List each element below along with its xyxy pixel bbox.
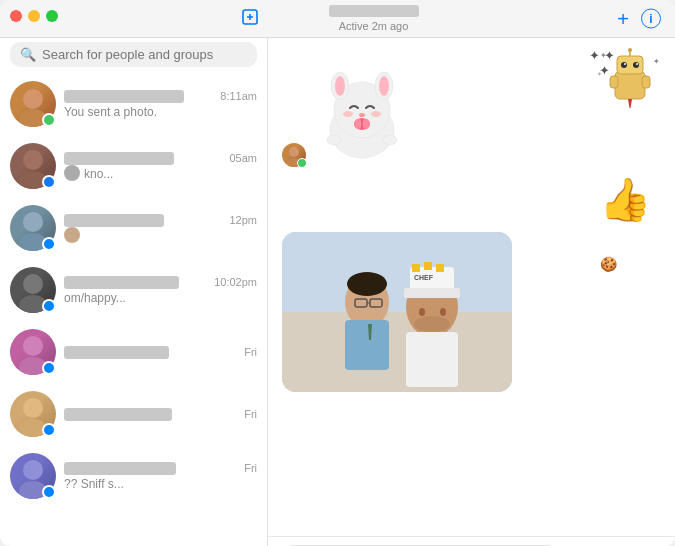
list-item[interactable]: 8:11am You sent a photo. [0, 73, 267, 135]
contact-name [64, 346, 169, 359]
list-item[interactable]: Fri [0, 383, 267, 445]
chat-input-area: 🙂 👍 [268, 536, 675, 546]
svg-point-47 [383, 135, 397, 145]
svg-point-37 [335, 76, 345, 96]
svg-rect-18 [610, 76, 618, 88]
avatar-wrap [10, 453, 56, 499]
minimize-button[interactable] [28, 10, 40, 22]
list-item[interactable]: 05am kno... [0, 135, 267, 197]
conv-content: Fri ?? Sniff s... [64, 462, 257, 491]
sidebar: 🔍 8:11am [0, 38, 268, 546]
avatar-wrap [10, 143, 56, 189]
svg-point-9 [23, 274, 43, 294]
info-button[interactable]: i [641, 9, 661, 29]
conv-preview: om/happy... [64, 291, 257, 305]
contact-name [64, 462, 176, 475]
svg-rect-20 [617, 56, 643, 74]
svg-point-15 [23, 460, 43, 480]
app-window: Active 2m ago + i 🔍 [0, 0, 675, 546]
conv-preview: You sent a photo. [64, 105, 257, 119]
chat-area: ✦ ✦✦ [268, 38, 675, 546]
conv-content: Fri [64, 346, 257, 359]
like-icon[interactable]: 👍 [599, 175, 651, 224]
conversation-list: 8:11am You sent a photo. [0, 73, 267, 546]
list-item[interactable]: Fri [0, 321, 267, 383]
list-item[interactable]: 10:02pm om/happy... [0, 259, 267, 321]
svg-rect-17 [615, 71, 645, 99]
search-input[interactable] [42, 47, 247, 62]
status-badge [42, 237, 56, 251]
search-bar[interactable]: 🔍 [10, 42, 257, 67]
status-badge [42, 361, 56, 375]
svg-text:✦: ✦ [600, 51, 607, 60]
svg-point-44 [362, 119, 370, 129]
svg-marker-27 [628, 99, 632, 108]
cookie-decoration: 🍪 [600, 256, 617, 272]
conv-preview: ?? Sniff s... [64, 477, 257, 491]
contact-name [64, 152, 174, 165]
svg-point-5 [23, 150, 43, 170]
svg-point-26 [628, 48, 632, 52]
svg-rect-19 [642, 76, 650, 88]
messages-area: ✦ ✦✦ [268, 38, 675, 536]
traffic-lights [10, 10, 58, 22]
svg-point-56 [347, 272, 387, 296]
chef-photo: CHEF [282, 232, 512, 392]
svg-rect-61 [424, 262, 432, 270]
close-button[interactable] [10, 10, 22, 22]
sticker-message [312, 68, 412, 167]
avatar-wrap [10, 205, 56, 251]
small-avatar [64, 227, 80, 243]
titlebar: Active 2m ago + i [0, 0, 675, 38]
conv-content: 10:02pm om/happy... [64, 276, 257, 305]
conv-content: 12pm [64, 214, 257, 243]
svg-rect-60 [412, 264, 420, 272]
svg-point-11 [23, 336, 43, 356]
robot-sticker: ✦ ✦ ✦ [595, 46, 665, 120]
svg-rect-49 [282, 312, 512, 392]
conv-time: 10:02pm [214, 276, 257, 288]
svg-point-31 [289, 147, 299, 157]
svg-point-65 [419, 308, 425, 316]
avatar-wrap [10, 81, 56, 127]
contact-name [64, 214, 164, 227]
avatar-wrap [10, 329, 56, 375]
svg-point-7 [23, 212, 43, 232]
avatar-wrap [10, 391, 56, 437]
conv-content: 05am kno... [64, 152, 257, 181]
svg-point-24 [636, 63, 638, 65]
svg-rect-59 [404, 288, 460, 298]
status-badge [42, 299, 56, 313]
list-item[interactable]: Fri ?? Sniff s... [0, 445, 267, 507]
svg-point-13 [23, 398, 43, 418]
like-message: 👍 [282, 175, 651, 224]
conv-time: Fri [244, 346, 257, 358]
sender-avatar-wrap [282, 143, 306, 167]
list-item[interactable]: 12pm [0, 197, 267, 259]
conv-time: Fri [244, 462, 257, 474]
conv-time: Fri [244, 408, 257, 420]
svg-point-23 [624, 63, 626, 65]
compose-icon[interactable] [240, 7, 260, 31]
status-badge [42, 175, 56, 189]
svg-point-3 [23, 89, 43, 109]
svg-point-67 [414, 316, 450, 332]
active-status: Active 2m ago [339, 20, 409, 32]
svg-rect-51 [345, 320, 389, 370]
search-icon: 🔍 [20, 47, 36, 62]
add-contact-button[interactable]: + [617, 7, 629, 30]
avatar-wrap [10, 267, 56, 313]
chat-header-info: Active 2m ago [329, 5, 419, 32]
status-badge [42, 485, 56, 499]
svg-point-41 [359, 113, 365, 117]
small-avatar [64, 165, 80, 181]
photo-content: CHEF [282, 232, 512, 392]
conv-preview: kno... [84, 167, 113, 181]
svg-point-46 [327, 135, 341, 145]
contact-name [64, 276, 179, 289]
conv-time: 8:11am [220, 90, 257, 102]
conv-time: 12pm [229, 214, 257, 226]
svg-point-21 [621, 62, 627, 68]
status-badge [42, 113, 56, 127]
fullscreen-button[interactable] [46, 10, 58, 22]
